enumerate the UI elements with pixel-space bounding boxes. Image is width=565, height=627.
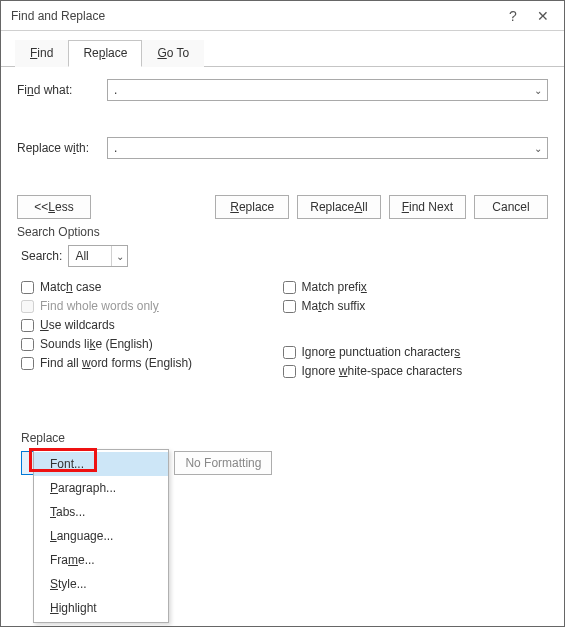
chevron-down-icon[interactable]: ⌄ (529, 80, 547, 100)
chevron-down-icon[interactable]: ⌄ (529, 138, 547, 158)
search-options-header: Search Options (17, 225, 548, 239)
close-button[interactable]: ✕ (528, 4, 558, 28)
menu-font[interactable]: Font...Font... (34, 452, 168, 476)
dialog-body: Find what:Find what: . ⌄ Replace with:Re… (1, 67, 564, 475)
find-what-row: Find what:Find what: . ⌄ (17, 79, 548, 101)
search-options: Search:Search: All ⌄ Match caseMatch cas… (17, 245, 548, 383)
replace-with-input[interactable]: . ⌄ (107, 137, 548, 159)
find-what-input[interactable]: . ⌄ (107, 79, 548, 101)
replace-with-label: Replace with:Replace with: (17, 141, 107, 155)
ignore-ws-checkbox[interactable]: Ignore white-space charactersIgnore whit… (283, 364, 545, 378)
tab-goto[interactable]: Go ToGo To (142, 40, 204, 67)
search-direction-value: All (75, 249, 88, 263)
whole-words-checkbox: Find whole words onlyFind whole words on… (21, 299, 283, 313)
dialog-title: Find and Replace (11, 9, 498, 23)
replace-section-label: Replace (21, 431, 544, 445)
tab-replace[interactable]: ReplaceReplace (68, 40, 142, 67)
menu-paragraph[interactable]: Paragraph...Paragraph... (34, 476, 168, 500)
tab-find[interactable]: FinFindd (15, 40, 68, 67)
search-direction-select[interactable]: All ⌄ (68, 245, 128, 267)
menu-tabs[interactable]: Tabs...Tabs... (34, 500, 168, 524)
titlebar: Find and Replace ? ✕ (1, 1, 564, 31)
help-button[interactable]: ? (498, 4, 528, 28)
replace-button[interactable]: ReplaceReplace (215, 195, 289, 219)
word-forms-checkbox[interactable]: Find all word forms (English)Find all wo… (21, 356, 283, 370)
match-case-checkbox[interactable]: Match caseMatch case (21, 280, 283, 294)
replace-all-button[interactable]: Replace AllReplace All (297, 195, 380, 219)
format-menu: Font...Font... Paragraph...Paragraph... … (33, 449, 169, 623)
wildcards-checkbox[interactable]: Use wildcardsUse wildcards (21, 318, 283, 332)
tabstrip: FinFindd ReplaceReplace Go ToGo To (1, 31, 564, 67)
menu-style[interactable]: Style...Style... (34, 572, 168, 596)
find-replace-dialog: Find and Replace ? ✕ FinFindd ReplaceRep… (0, 0, 565, 627)
no-formatting-button: No Formatting (174, 451, 272, 475)
main-buttons: << Less<< Less ReplaceReplace Replace Al… (17, 195, 548, 219)
ignore-punct-checkbox[interactable]: Ignore punctuation charactersIgnore punc… (283, 345, 545, 359)
replace-with-row: Replace with:Replace with: . ⌄ (17, 137, 548, 159)
chevron-down-icon[interactable]: ⌄ (111, 246, 127, 266)
search-direction-label: Search:Search: (21, 249, 62, 263)
find-next-button[interactable]: Find NextFind Next (389, 195, 466, 219)
cancel-button[interactable]: Cancel (474, 195, 548, 219)
menu-frame[interactable]: Frame...Frame... (34, 548, 168, 572)
replace-with-value: . (114, 141, 117, 155)
find-what-value: . (114, 83, 117, 97)
match-prefix-checkbox[interactable]: Match prefixMatch prefix (283, 280, 545, 294)
less-button[interactable]: << Less<< Less (17, 195, 91, 219)
find-what-label: Find what:Find what: (17, 83, 107, 97)
sounds-like-checkbox[interactable]: Sounds like (English)Sounds like (Englis… (21, 337, 283, 351)
match-suffix-checkbox[interactable]: Match suffixMatch suffix (283, 299, 545, 313)
menu-language[interactable]: Language...Language... (34, 524, 168, 548)
menu-highlight[interactable]: HighlightHighlight (34, 596, 168, 620)
